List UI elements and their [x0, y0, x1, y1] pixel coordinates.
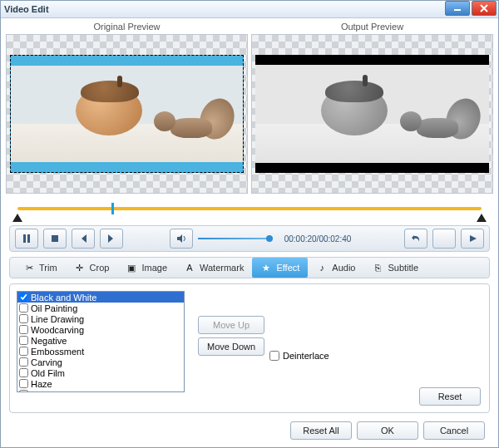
effect-item[interactable]: Embossment — [17, 346, 184, 357]
effect-label: Haze — [31, 379, 52, 389]
trim-start-marker-icon[interactable] — [12, 214, 22, 222]
effect-item[interactable]: Carving — [17, 357, 184, 367]
effects-listbox[interactable]: Black and WhiteOil PaintingLine DrawingW… — [17, 291, 185, 392]
effect-checkbox[interactable] — [19, 293, 28, 302]
output-preview-pane — [251, 34, 493, 194]
playback-time-display: 00:00:20/00:02:40 — [284, 234, 352, 244]
tab-label: Watermark — [200, 263, 244, 273]
move-down-button[interactable]: Move Down — [198, 337, 264, 356]
close-button[interactable] — [472, 1, 497, 16]
effect-checkbox[interactable] — [19, 303, 28, 313]
effect-item[interactable]: Haze — [17, 378, 184, 389]
watermark-icon: A — [184, 263, 195, 273]
svg-rect-1 — [23, 234, 26, 243]
crop-icon: ✛ — [74, 263, 86, 273]
tab-subtitle[interactable]: ⎘Subtitle — [363, 258, 427, 278]
minimize-button[interactable] — [445, 1, 470, 16]
effect-label: Carving — [31, 357, 62, 367]
flip-horizontal-button[interactable] — [432, 229, 456, 249]
effect-item[interactable]: Negative — [17, 335, 184, 346]
window-title: Video Edit — [4, 4, 49, 14]
pause-button[interactable] — [15, 229, 38, 249]
playback-control-bar: 00:00:20/00:02:40 — [9, 225, 490, 252]
deinterlace-label: Deinterlace — [283, 351, 329, 361]
undo-button[interactable] — [404, 229, 427, 249]
tab-watermark[interactable]: AWatermark — [175, 258, 252, 278]
tab-label: Crop — [90, 263, 110, 273]
volume-button[interactable] — [170, 229, 193, 249]
effect-label: Oil Painting — [31, 303, 77, 313]
effect-item[interactable]: Oil Painting — [17, 303, 184, 313]
reset-all-button[interactable]: Reset All — [290, 421, 352, 440]
timeline-slider[interactable] — [9, 200, 490, 222]
effect-checkbox[interactable] — [19, 379, 28, 388]
subtitle-icon: ⎘ — [372, 263, 383, 273]
effect-item[interactable]: Shadow — [17, 389, 184, 392]
tab-label: Effect — [276, 263, 299, 273]
effect-icon: ★ — [260, 263, 272, 273]
tab-effect[interactable]: ★Effect — [252, 258, 308, 278]
flip-vertical-button[interactable] — [461, 229, 484, 249]
effect-checkbox[interactable] — [19, 314, 28, 323]
tab-crop[interactable]: ✛Crop — [66, 258, 118, 278]
move-up-button[interactable]: Move Up — [198, 316, 264, 334]
output-preview-label: Output Preview — [251, 20, 493, 34]
effect-checkbox[interactable] — [19, 368, 28, 377]
original-preview-label: Original Preview — [6, 20, 248, 34]
effect-checkbox[interactable] — [19, 390, 28, 392]
tab-label: Subtitle — [388, 263, 418, 273]
stop-button[interactable] — [43, 229, 67, 249]
effect-label: Embossment — [31, 347, 84, 357]
reset-button[interactable]: Reset — [419, 387, 481, 406]
tab-image[interactable]: ▣Image — [117, 258, 175, 278]
effect-item[interactable]: Line Drawing — [17, 313, 184, 324]
effect-item[interactable]: Black and White — [17, 292, 184, 303]
effect-checkbox[interactable] — [19, 357, 28, 367]
effect-label: Black and White — [31, 293, 96, 303]
volume-slider[interactable] — [198, 235, 273, 242]
tab-label: Trim — [39, 263, 57, 273]
effect-label: Woodcarving — [31, 325, 84, 335]
edit-tab-bar: ✂Trim✛Crop▣ImageAWatermark★Effect♪Audio⎘… — [9, 257, 490, 278]
effect-checkbox[interactable] — [19, 336, 28, 345]
deinterlace-checkbox-input[interactable] — [269, 351, 279, 361]
effect-label: Line Drawing — [31, 314, 84, 324]
tab-label: Image — [141, 263, 167, 273]
title-bar: Video Edit — [1, 1, 498, 18]
trim-end-marker-icon[interactable] — [477, 214, 487, 222]
effect-checkbox[interactable] — [19, 325, 28, 334]
effect-panel: Black and WhiteOil PaintingLine DrawingW… — [9, 283, 490, 413]
deinterlace-checkbox[interactable]: Deinterlace — [269, 351, 329, 361]
svg-rect-3 — [52, 235, 58, 242]
original-preview-pane[interactable] — [6, 34, 248, 194]
effect-checkbox[interactable] — [19, 347, 28, 356]
set-trim-end-button[interactable] — [100, 229, 123, 249]
effect-item[interactable]: Old Film — [17, 367, 184, 378]
tab-audio[interactable]: ♪Audio — [308, 258, 363, 278]
cancel-button[interactable]: Cancel — [423, 421, 485, 440]
tab-trim[interactable]: ✂Trim — [15, 258, 66, 278]
effect-label: Negative — [31, 336, 67, 346]
svg-rect-0 — [454, 9, 461, 11]
video-edit-window: Video Edit Original Preview — [0, 0, 499, 448]
effect-label: Shadow — [31, 390, 64, 393]
trim-icon: ✂ — [23, 263, 35, 273]
effect-label: Old Film — [31, 368, 65, 378]
svg-rect-2 — [27, 234, 30, 243]
image-icon: ▣ — [126, 263, 137, 273]
set-trim-start-button[interactable] — [72, 229, 95, 249]
effect-item[interactable]: Woodcarving — [17, 324, 184, 335]
tab-label: Audio — [332, 263, 355, 273]
playhead-handle[interactable] — [111, 203, 114, 214]
crop-selection-handle[interactable] — [10, 55, 244, 173]
ok-button[interactable]: OK — [357, 421, 418, 440]
audio-icon: ♪ — [316, 263, 328, 273]
dialog-footer: Reset All OK Cancel — [6, 413, 493, 440]
